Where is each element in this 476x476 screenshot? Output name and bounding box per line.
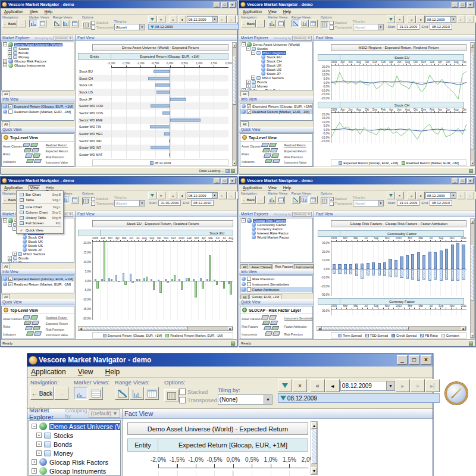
table-row[interactable]: Stock CH	[78, 75, 228, 82]
info-checkbox[interactable]: ✓	[247, 109, 251, 114]
info-checkbox[interactable]	[8, 109, 12, 114]
forward-button[interactable]: →	[54, 387, 68, 400]
tree-expand-toggle[interactable]: +	[246, 84, 250, 88]
marker-view-table-button[interactable]	[89, 387, 103, 400]
minimize-button[interactable]: _	[397, 355, 408, 365]
tree-expand-toggle[interactable]: +	[32, 459, 37, 465]
horizontal-scrollbar[interactable]: ◀▶	[78, 326, 233, 331]
tab-all[interactable]: All	[2, 121, 10, 127]
tree-item[interactable]: +Money	[2, 55, 74, 59]
tree-item[interactable]: +Glocap Instruments	[30, 466, 119, 475]
next-date-button[interactable]: ▸	[396, 379, 410, 392]
tree-item[interactable]: +Stocks	[2, 46, 74, 51]
tree-expand-toggle[interactable]: +	[8, 51, 12, 55]
titlebar[interactable]: Vescore Market Navigator - demo _ □ ×	[239, 1, 475, 8]
titlebar[interactable]: Vescore Market Navigator - demo _ □ ×	[239, 177, 475, 184]
minimize-button[interactable]: _	[452, 178, 458, 184]
tree-item[interactable]: Stock EU	[240, 55, 312, 59]
tab-all[interactable]: All	[2, 91, 10, 96]
tree-item[interactable]: Stock UK	[2, 239, 74, 243]
menu-item-table[interactable]: TableStrg-T	[17, 197, 62, 202]
forward-button[interactable]: →	[256, 20, 265, 27]
tree-item[interactable]: Stock US	[2, 243, 74, 248]
tiling-dropdown[interactable]: (None)▼	[353, 200, 384, 206]
date-dropdown[interactable]: 08.12.2009▼	[187, 192, 218, 199]
tab-all[interactable]: All	[2, 294, 10, 299]
tree-item[interactable]: Stock JP	[2, 248, 74, 252]
grouping-dropdown[interactable]: (Default)▼	[292, 212, 312, 217]
prev-date-button[interactable]: ◂	[416, 15, 425, 23]
table-row[interactable]: Stock EU	[78, 68, 228, 75]
transposed-checkbox[interactable]	[330, 202, 334, 206]
range-view-history-button[interactable]	[309, 20, 318, 27]
tree-item[interactable]: +MSCI Sectors	[240, 76, 312, 80]
tiling-dropdown[interactable]: (None)▼	[353, 24, 384, 30]
options-button[interactable]	[321, 198, 329, 205]
menu-application[interactable]: Application	[30, 368, 67, 376]
tree-expand-toggle[interactable]: −	[251, 51, 255, 55]
tree-expand-toggle[interactable]: −	[8, 223, 12, 227]
measure-column-header[interactable]: Expected Return [Glocap, EUR, +1M]	[111, 53, 228, 60]
tree-expand-toggle[interactable]: +	[8, 256, 12, 260]
date-dropdown[interactable]: 08.12.2009▼	[340, 381, 395, 391]
filter-button[interactable]	[148, 192, 156, 199]
tree-expand-toggle[interactable]: +	[36, 441, 42, 447]
prev-date-button[interactable]: ◂	[325, 379, 340, 392]
forward-button[interactable]: →	[256, 196, 265, 203]
tree-item[interactable]: Stock JP	[240, 71, 312, 76]
tab-all[interactable]: All	[240, 295, 249, 299]
tree-item[interactable]: Stock CH	[2, 235, 74, 239]
stacked-checkbox[interactable]: ✓	[330, 197, 334, 201]
measure-column-header[interactable]: Expected Return [Glocap, EUR, +1M]	[158, 439, 308, 452]
tree-item[interactable]: +Bonds	[30, 440, 119, 449]
clear-filter-button[interactable]: ×	[157, 15, 165, 23]
info-checkbox[interactable]	[247, 287, 251, 292]
info-view-item[interactable]: ✓Realized Return [Market, EUR, -1M]	[2, 281, 74, 287]
menu-help[interactable]: Help	[282, 186, 292, 190]
menu-help[interactable]: Help	[45, 186, 55, 190]
info-checkbox[interactable]: ✓	[8, 277, 12, 281]
tree-item[interactable]: Interest Rate Factor	[240, 231, 312, 235]
scroll-down-arrow[interactable]: ▼	[471, 333, 474, 338]
close-button[interactable]: ×	[467, 178, 474, 184]
tree-expand-toggle[interactable]: −	[3, 218, 7, 223]
back-button[interactable]: ← Back	[30, 387, 54, 400]
tree-expand-toggle[interactable]: +	[3, 59, 7, 63]
forward-date-button[interactable]: »	[411, 379, 425, 392]
tree-item[interactable]: +Money	[30, 449, 119, 458]
tab-all[interactable]: All	[240, 121, 249, 127]
transposed-checkbox[interactable]	[179, 397, 186, 403]
info-view-item[interactable]: Realized Return [Market, EUR, -1M]	[2, 109, 74, 114]
forward-date-button[interactable]: »	[466, 192, 474, 199]
clear-filter-button[interactable]: ×	[396, 15, 404, 23]
table-row[interactable]: Sector WD INT	[78, 145, 228, 152]
tree-expand-toggle[interactable]: −	[32, 424, 37, 429]
table-row[interactable]: Sector WD ENE	[78, 117, 228, 124]
tree-item[interactable]: Stock CH	[240, 59, 312, 63]
filter-button[interactable]	[387, 15, 395, 23]
tree-expand-toggle[interactable]: +	[8, 260, 12, 263]
horizontal-scrollbar[interactable]: ◀▶	[317, 326, 466, 331]
range-view-column-button[interactable]	[300, 196, 309, 203]
close-button[interactable]: ×	[421, 355, 431, 365]
tree-item[interactable]: +Bonds	[2, 51, 74, 55]
scroll-up-arrow[interactable]: ▲	[471, 219, 474, 224]
close-button[interactable]: ×	[229, 178, 236, 184]
tree-expand-toggle[interactable]: +	[251, 76, 255, 80]
prev-date-button[interactable]: ◂	[416, 192, 425, 199]
menu-item-bar-chart[interactable]: Bar ChartStrg-B	[17, 192, 62, 197]
tree-expand-toggle[interactable]: +	[36, 433, 42, 438]
range-view-column-button[interactable]	[62, 20, 70, 27]
marker-view-chart-button[interactable]	[29, 20, 37, 27]
next-date-button[interactable]: ▸	[218, 15, 227, 23]
end-date-field[interactable]: 08.12.2010	[430, 200, 452, 206]
info-checkbox[interactable]: ✓	[8, 282, 12, 286]
menu-application[interactable]: Application	[3, 10, 24, 14]
menu-application[interactable]: Application	[242, 186, 263, 190]
back-button[interactable]: ← Back	[2, 196, 17, 203]
info-checkbox[interactable]: ✓	[8, 104, 12, 108]
next-date-button[interactable]: ▸	[218, 192, 227, 199]
info-view-item[interactable]: ✓Realized Return [Market, EUR, -1M]	[240, 109, 312, 114]
range-view-line-button[interactable]	[292, 20, 300, 27]
scroll-up-arrow[interactable]: ▲	[311, 422, 317, 429]
